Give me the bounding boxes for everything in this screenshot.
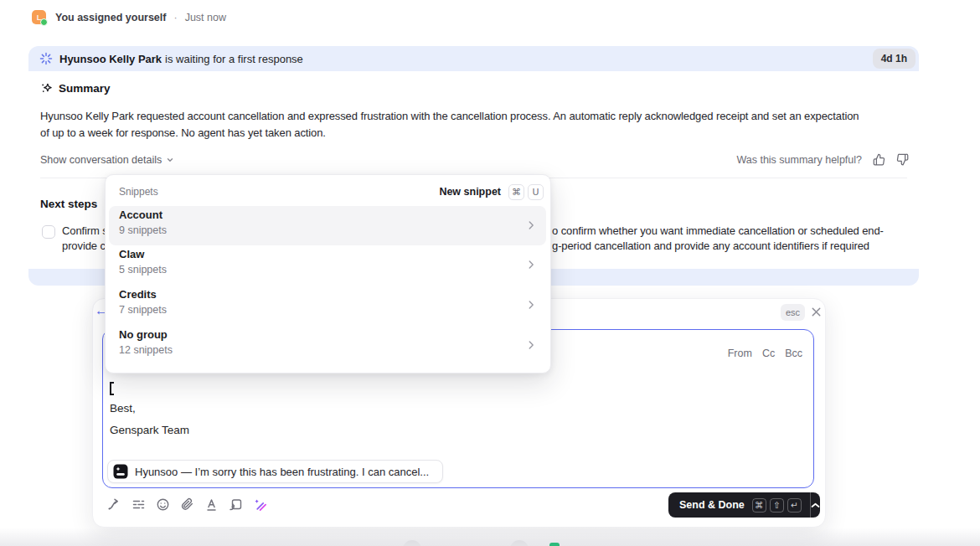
summary-title-label: Summary bbox=[59, 82, 111, 95]
peek-green-element bbox=[549, 543, 560, 546]
close-icon[interactable] bbox=[810, 306, 823, 319]
waiting-text: is waiting for a first response bbox=[165, 53, 303, 65]
thumbs-up-button[interactable] bbox=[873, 153, 885, 166]
group-count: 7 snippets bbox=[119, 304, 167, 316]
send-and-done-group: Send & Done ⌘ ⇧ ↵ bbox=[668, 492, 820, 518]
send-shortcut-keys: ⌘ ⇧ ↵ bbox=[752, 498, 802, 513]
insert-snippet-icon[interactable] bbox=[229, 497, 243, 512]
snippets-popup-header: Snippets New snippet ⌘ U bbox=[119, 183, 544, 200]
send-and-done-button[interactable]: Send & Done bbox=[668, 499, 745, 511]
wait-time-badge: 4d 1h bbox=[873, 49, 916, 69]
next-step-checkbox[interactable] bbox=[42, 225, 55, 239]
assignment-event: L You assigned yourself · Just now bbox=[32, 10, 226, 24]
attachment-icon[interactable] bbox=[180, 497, 194, 512]
from-field-toggle[interactable]: From bbox=[728, 348, 752, 359]
group-count: 5 snippets bbox=[119, 264, 167, 276]
customer-name: Hyunsoo Kelly Park bbox=[59, 53, 162, 65]
ai-sparkle-icon bbox=[39, 52, 53, 65]
u-keycap: U bbox=[528, 184, 544, 200]
next-steps-heading: Next steps bbox=[40, 198, 97, 210]
app-canvas: L You assigned yourself · Just now Hyuns… bbox=[0, 0, 980, 546]
thumbs-down-button[interactable] bbox=[896, 153, 909, 166]
composer-toolbar bbox=[107, 497, 267, 512]
chevron-down-icon bbox=[166, 156, 174, 164]
summary-line: of up to a week for response. No agent h… bbox=[40, 125, 859, 142]
new-snippet-button[interactable]: New snippet ⌘ U bbox=[439, 184, 544, 200]
online-status-dot bbox=[40, 18, 48, 26]
forward-icon[interactable] bbox=[107, 497, 121, 512]
group-name: No group bbox=[119, 328, 168, 341]
send-options-caret-button[interactable] bbox=[811, 492, 820, 518]
shift-keycap: ⇧ bbox=[770, 498, 784, 513]
snippets-title: Snippets bbox=[119, 186, 158, 198]
cc-field-toggle[interactable]: Cc bbox=[762, 348, 775, 359]
emoji-icon[interactable] bbox=[156, 497, 170, 512]
snippet-group-row[interactable]: Credits 7 snippets bbox=[106, 286, 550, 325]
group-name: Credits bbox=[119, 288, 157, 301]
text-caret bbox=[110, 382, 114, 395]
event-timestamp: Just now bbox=[185, 12, 226, 23]
chevron-right-icon bbox=[525, 219, 537, 231]
group-name: Account bbox=[119, 209, 162, 221]
return-keycap: ↵ bbox=[787, 498, 802, 513]
peek-circle bbox=[403, 540, 421, 546]
recipient-fields: From Cc Bcc bbox=[728, 348, 802, 359]
esc-hint-badge: esc bbox=[781, 304, 805, 321]
summary-feedback: Was this summary helpful? bbox=[736, 153, 909, 166]
page-bottom-fade bbox=[0, 528, 980, 546]
snippet-group-row[interactable]: Account 9 snippets bbox=[106, 206, 550, 245]
summary-line: Hyunsoo Kelly Park requested account can… bbox=[40, 108, 859, 125]
cmd-keycap: ⌘ bbox=[752, 498, 766, 513]
group-count: 12 snippets bbox=[119, 344, 173, 356]
chevron-right-icon bbox=[525, 259, 537, 270]
copilot-suggestion-icon bbox=[113, 464, 128, 479]
new-snippet-label: New snippet bbox=[439, 186, 501, 198]
composer-text-line: Genspark Team bbox=[110, 424, 189, 436]
feedback-question: Was this summary helpful? bbox=[736, 154, 862, 166]
sparkle-icon bbox=[40, 82, 53, 95]
card-header: Hyunsoo Kelly Parkis waiting for a first… bbox=[28, 46, 919, 71]
chevron-right-icon bbox=[525, 339, 537, 351]
next-step-text-fragment: g-period cancellation and provide any ac… bbox=[552, 240, 869, 252]
peek-circle bbox=[510, 540, 529, 546]
bcc-field-toggle[interactable]: Bcc bbox=[785, 348, 802, 359]
group-name: Claw bbox=[119, 248, 144, 260]
summary-paragraph: Hyunsoo Kelly Park requested account can… bbox=[40, 108, 859, 142]
show-conversation-details-toggle[interactable]: Show conversation details bbox=[40, 154, 174, 166]
event-text: You assigned yourself bbox=[55, 12, 166, 23]
assignee-avatar: L bbox=[32, 10, 46, 24]
ai-suggestion-chip[interactable]: Hyunsoo — I’m sorry this has been frustr… bbox=[107, 460, 443, 483]
composer-text-line: Best, bbox=[110, 402, 136, 415]
toggle-label: Show conversation details bbox=[40, 154, 162, 166]
next-step-text-fragment: o confirm whether you want immediate can… bbox=[552, 224, 884, 237]
next-step-text-fragment: provide c bbox=[62, 240, 106, 252]
adjust-lines-icon[interactable] bbox=[132, 497, 146, 512]
suggestion-text: Hyunsoo — I’m sorry this has been frustr… bbox=[135, 466, 429, 478]
chevron-right-icon bbox=[525, 299, 537, 311]
cmd-keycap: ⌘ bbox=[508, 184, 524, 200]
snippet-group-row[interactable]: No group 12 snippets bbox=[106, 326, 550, 365]
next-step-text-fragment: Confirm s bbox=[62, 224, 108, 237]
group-count: 9 snippets bbox=[119, 224, 167, 236]
event-separator: · bbox=[173, 12, 177, 23]
waiting-status-text: Hyunsoo Kelly Parkis waiting for a first… bbox=[59, 53, 303, 65]
snippet-group-row[interactable]: Claw 5 snippets bbox=[106, 245, 550, 285]
ai-writer-icon[interactable] bbox=[253, 497, 267, 512]
text-style-icon[interactable] bbox=[204, 497, 219, 512]
snippets-popup: Snippets New snippet ⌘ U Account 9 snipp… bbox=[105, 174, 551, 373]
summary-heading: Summary bbox=[40, 82, 111, 95]
